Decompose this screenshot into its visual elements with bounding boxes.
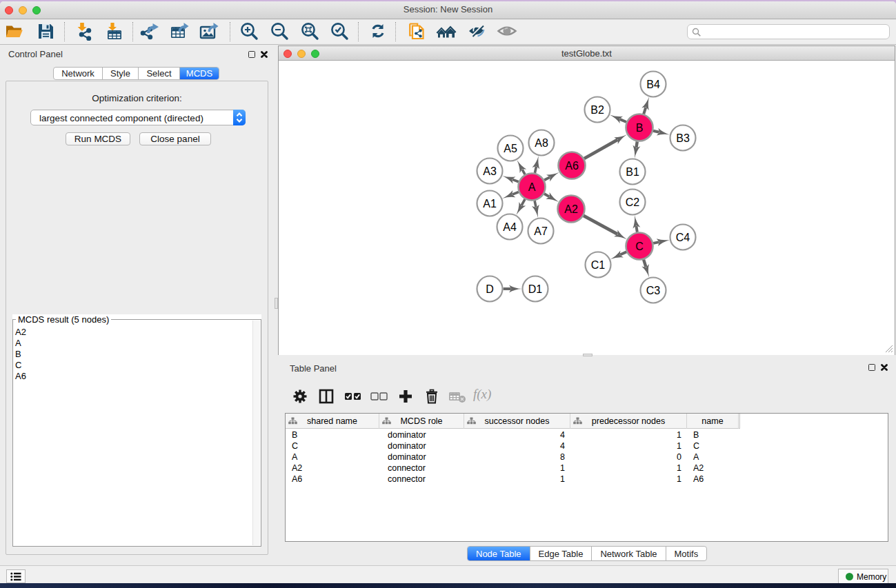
svg-text:B3: B3 xyxy=(676,132,690,144)
svg-text:A5: A5 xyxy=(504,143,517,154)
svg-text:D: D xyxy=(486,283,494,295)
svg-text:B: B xyxy=(636,122,644,134)
svg-text:C1: C1 xyxy=(591,259,606,271)
svg-text:C: C xyxy=(635,241,644,252)
svg-text:A1: A1 xyxy=(483,198,497,210)
svg-text:A4: A4 xyxy=(503,221,517,233)
svg-text:A2: A2 xyxy=(564,203,578,215)
svg-text:A8: A8 xyxy=(535,137,548,149)
svg-text:C4: C4 xyxy=(676,232,690,243)
svg-text:C2: C2 xyxy=(626,196,640,208)
svg-text:D1: D1 xyxy=(528,283,543,295)
svg-text:A7: A7 xyxy=(534,225,548,237)
svg-text:A6: A6 xyxy=(565,160,579,172)
svg-text:B1: B1 xyxy=(626,166,639,178)
svg-text:A3: A3 xyxy=(483,165,497,177)
svg-text:B4: B4 xyxy=(646,79,660,90)
svg-text:B2: B2 xyxy=(590,104,604,116)
svg-text:A: A xyxy=(528,181,536,193)
svg-text:C3: C3 xyxy=(646,285,661,296)
